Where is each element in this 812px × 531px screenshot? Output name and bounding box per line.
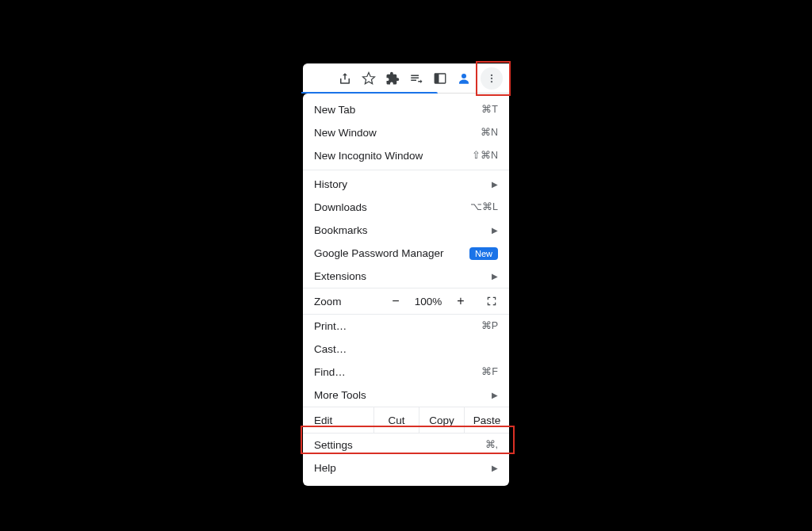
menu-edit-row: Edit Cut Copy Paste: [303, 407, 509, 434]
menu-item-extensions[interactable]: Extensions ▶: [303, 265, 509, 288]
bookmark-star-icon[interactable]: [362, 71, 376, 86]
menu-shortcut: ⌥⌘L: [470, 202, 498, 212]
menu-label: Cast…: [314, 343, 498, 355]
menu-shortcut: ⇧⌘N: [472, 151, 498, 161]
side-panel-icon[interactable]: [433, 71, 447, 86]
share-icon[interactable]: [338, 71, 352, 86]
menu-zoom-row: Zoom − 100% +: [303, 288, 509, 315]
extensions-puzzle-icon[interactable]: [385, 71, 400, 86]
menu-item-password-manager[interactable]: Google Password Manager New: [303, 242, 509, 265]
menu-separator: [303, 170, 509, 170]
new-badge: New: [469, 247, 498, 260]
submenu-chevron-icon: ▶: [492, 226, 498, 235]
edit-copy-button[interactable]: Copy: [419, 407, 464, 433]
reading-list-icon[interactable]: [409, 71, 423, 86]
fullscreen-button[interactable]: [474, 293, 509, 309]
menu-item-new-tab[interactable]: New Tab ⌘T: [303, 98, 509, 121]
menu-label: Help: [314, 462, 492, 474]
menu-shortcut: ⌘T: [481, 105, 498, 115]
svg-point-3: [491, 74, 492, 76]
menu-label: Extensions: [314, 270, 492, 282]
menu-label: New Tab: [314, 104, 481, 116]
menu-item-find[interactable]: Find… ⌘F: [303, 361, 509, 384]
svg-point-2: [462, 74, 466, 78]
svg-point-4: [491, 78, 492, 79]
menu-item-new-window[interactable]: New Window ⌘N: [303, 121, 509, 144]
menu-item-history[interactable]: History ▶: [303, 173, 509, 196]
submenu-chevron-icon: ▶: [492, 180, 498, 189]
profile-avatar-icon[interactable]: [457, 71, 471, 86]
edit-paste-button[interactable]: Paste: [464, 407, 509, 433]
zoom-label: Zoom: [303, 296, 382, 308]
svg-rect-1: [435, 74, 439, 83]
menu-label: Print…: [314, 320, 481, 332]
zoom-value: 100%: [409, 296, 447, 308]
menu-label: Find…: [314, 366, 481, 378]
menu-item-cast[interactable]: Cast…: [303, 338, 509, 361]
menu-shortcut: ⌘,: [485, 440, 498, 450]
menu-label: More Tools: [314, 389, 492, 401]
submenu-chevron-icon: ▶: [492, 272, 498, 281]
browser-toolbar: [303, 63, 509, 94]
menu-item-more-tools[interactable]: More Tools ▶: [303, 384, 509, 407]
menu-label: History: [314, 178, 492, 190]
menu-item-print[interactable]: Print… ⌘P: [303, 315, 509, 338]
menu-shortcut: ⌘F: [481, 367, 498, 377]
menu-shortcut: ⌘N: [481, 128, 498, 138]
menu-label: New Incognito Window: [314, 150, 472, 162]
submenu-chevron-icon: ▶: [492, 464, 498, 472]
menu-label: New Window: [314, 127, 481, 139]
menu-item-help[interactable]: Help ▶: [303, 457, 509, 479]
zoom-in-button[interactable]: +: [447, 294, 474, 308]
menu-label: Settings: [314, 439, 485, 451]
kebab-menu-button[interactable]: [481, 67, 503, 90]
edit-cut-button[interactable]: Cut: [373, 407, 419, 433]
chrome-main-menu: New Tab ⌘T New Window ⌘N New Incognito W…: [303, 94, 509, 486]
menu-label: Bookmarks: [314, 224, 492, 236]
menu-item-settings[interactable]: Settings ⌘,: [303, 434, 509, 457]
submenu-chevron-icon: ▶: [492, 391, 498, 399]
svg-point-5: [491, 81, 492, 82]
menu-shortcut: ⌘P: [481, 321, 498, 331]
zoom-out-button[interactable]: −: [382, 294, 409, 308]
menu-item-bookmarks[interactable]: Bookmarks ▶: [303, 219, 509, 242]
edit-label: Edit: [303, 407, 373, 433]
menu-label: Downloads: [314, 201, 470, 213]
menu-item-downloads[interactable]: Downloads ⌥⌘L: [303, 196, 509, 219]
menu-label: Google Password Manager: [314, 247, 465, 259]
menu-item-new-incognito[interactable]: New Incognito Window ⇧⌘N: [303, 144, 509, 167]
